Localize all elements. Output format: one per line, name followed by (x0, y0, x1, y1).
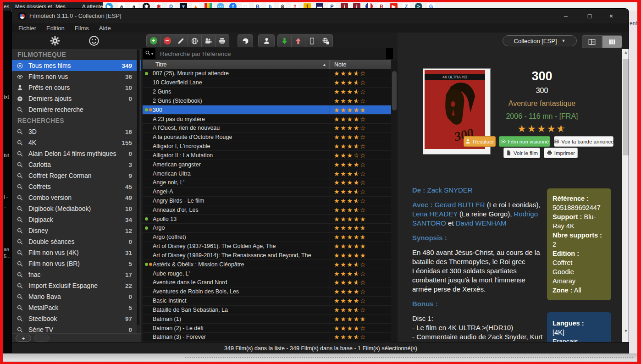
table-row[interactable]: Apollo 13★★★★★ (143, 215, 391, 224)
print-button[interactable] (215, 34, 229, 47)
saved-search-item[interactable]: Digibook (Mediabook)10 (12, 203, 141, 214)
actor-link[interactable]: David WENHAM (456, 219, 507, 227)
maximize-button[interactable]: □ (583, 11, 597, 21)
table-row[interactable]: 2 Guns (Steelbook)★★★☆★☆ (143, 96, 391, 105)
imprimer-button[interactable]: Imprimer (544, 148, 578, 158)
detail-scrollbar[interactable]: ▲ ▼ (622, 33, 629, 342)
table-row[interactable]: 007 (25), Mourir peut attendre★★★☆★☆ (143, 69, 391, 78)
voir-bande-annonce-button[interactable]: Voir la bande annonce (554, 136, 613, 147)
close-button[interactable]: × (604, 11, 618, 21)
saved-search-item[interactable]: 3D16 (12, 126, 141, 137)
sidebar-item[interactable]: Dernière recherche (12, 104, 141, 115)
settings-gear-button[interactable] (49, 35, 61, 47)
table-row[interactable]: Astérix & Obélix : Mission Cléopâtre★★★☆… (143, 260, 391, 269)
actor-link[interactable]: Lena HEADEY (412, 210, 458, 218)
table-row[interactable]: Ange noir, L'★★★★☆ (143, 178, 391, 188)
sidebar-item[interactable]: Derniers ajouts0 (12, 93, 141, 104)
sidebar-item[interactable]: Films non vus36 (12, 71, 141, 82)
view-split-button[interactable] (582, 35, 602, 48)
table-row[interactable]: American Ultra★★★☆★☆ (143, 169, 391, 178)
remove-film-button[interactable]: − (160, 34, 174, 47)
table-row[interactable]: A la poursuite d'Octobre Rouge★★★★☆ (143, 133, 391, 142)
sidebar-item[interactable]: Prêts en cours10 (12, 82, 141, 93)
column-header-note[interactable]: Note (330, 60, 391, 69)
table-row[interactable]: 2 Guns★★★☆★☆ (143, 88, 391, 97)
saved-search-item[interactable]: Carlotta3 (12, 159, 141, 170)
titlebar[interactable]: Filmotech 3.11.0 - Collection [ESP] – □ … (12, 9, 629, 23)
table-row[interactable]: Argo★★★★☆★ (143, 224, 391, 233)
table-row[interactable]: A l'Ouest, rien de nouveau★★★★☆ (143, 124, 391, 133)
export-button[interactable] (291, 34, 305, 47)
saved-search-item[interactable]: MetalPack5 (12, 302, 141, 313)
sidebar-item[interactable]: Tous mes films349 (12, 60, 141, 71)
table-row[interactable]: Aventures de Robin des Bois, Les★★★★☆ (143, 287, 391, 297)
sidebar-scrollbar[interactable] (137, 49, 140, 333)
menu-edition[interactable]: Edition (41, 23, 70, 33)
table-row[interactable]: Bataille de San Sebastian, La★★★☆★☆ (143, 306, 391, 315)
saved-search-item[interactable]: Mario Bava0 (12, 291, 141, 302)
table-row[interactable]: Alligator I, L'incroyable★★★☆★☆ (143, 142, 391, 151)
bookmark-folder[interactable]: es (4, 2, 9, 11)
saved-search-item[interactable]: Import Exclusif Espagne22 (12, 280, 141, 291)
saved-search-item[interactable]: Film non vus (4K)31 (12, 247, 141, 258)
add-film-button[interactable]: + (146, 34, 160, 47)
table-row[interactable]: American gangster★★★★☆ (143, 160, 391, 169)
statistics-button[interactable] (238, 34, 253, 47)
table-scrollbar-thumb[interactable] (392, 71, 397, 110)
view-columns-button[interactable] (602, 35, 622, 48)
table-row[interactable]: 10 Cloverfield Lane★★★☆★☆ (143, 78, 391, 88)
saved-search-item[interactable]: Alain Delon 14 films mythiques0 (12, 148, 141, 159)
saved-search-item[interactable]: Coffrets45 (12, 181, 141, 192)
import-button[interactable] (277, 34, 292, 47)
detail-scrollbar-thumb[interactable] (623, 59, 629, 155)
add-search-button[interactable]: + (16, 335, 31, 342)
saved-search-item[interactable]: 4K155 (12, 137, 141, 148)
director-link[interactable]: Zack SNYDER (427, 186, 473, 194)
menu-aide[interactable]: Aide (94, 23, 116, 33)
saved-search-item[interactable]: Steelbook97 (12, 313, 141, 324)
film-non-visionne-button[interactable]: Film non visionné (499, 136, 550, 147)
saved-search-item[interactable]: Disney12 (12, 225, 141, 236)
table-row[interactable]: 300★★★★☆★ (143, 105, 391, 115)
collection-selector[interactable]: Collection [ESP] ▼ (503, 35, 577, 46)
table-row[interactable]: Batman (2) - Le défi★★★★☆ (143, 324, 391, 333)
table-row[interactable]: Batman (3) - Forever★★★☆★☆ (143, 333, 391, 342)
scroll-up-icon[interactable]: ▲ (622, 50, 629, 55)
menu-films[interactable]: Films (70, 23, 94, 33)
table-row[interactable]: A 23 pas du mystère★★★★☆ (143, 115, 391, 124)
search-filter-button[interactable]: ▾ (143, 48, 155, 59)
table-row[interactable]: Angry Birds - Le film★★★☆★☆ (143, 197, 391, 206)
edit-film-button[interactable] (174, 34, 188, 47)
mobile-button[interactable] (305, 34, 319, 47)
loans-button[interactable] (258, 34, 275, 47)
detail-scrollbar-track[interactable]: ▲ ▼ (622, 49, 629, 342)
smiley-button[interactable] (88, 35, 100, 47)
table-scrollbar[interactable] (391, 60, 398, 342)
table-row[interactable]: Argo (coffret)★★★★☆★ (143, 233, 391, 242)
scroll-down-icon[interactable]: ▼ (622, 329, 629, 333)
search-input[interactable] (155, 48, 386, 59)
saved-search-item[interactable]: Digipack34 (12, 214, 141, 225)
saved-search-item[interactable]: fnac17 (12, 269, 141, 280)
camera-button[interactable] (201, 34, 216, 47)
table-row[interactable]: Anneaux d'or, Les★★★☆★☆ (143, 205, 391, 215)
saved-search-item[interactable]: Film non vus (BR)5 (12, 258, 141, 269)
table-row[interactable]: Batman (1)★★★★☆★ (143, 314, 391, 324)
table-row[interactable]: Angel-A★★★☆★☆ (143, 188, 391, 197)
table-row[interactable]: Basic Instinct★★★★☆ (143, 297, 391, 306)
restituer-button[interactable]: Restituer (464, 136, 496, 147)
saved-search-item[interactable]: Série TV0 (12, 324, 141, 333)
voir-le-film-button[interactable]: Voir le film (503, 148, 540, 158)
table-row[interactable]: Art of Disney (1989-2014): The Renaissan… (143, 251, 391, 260)
table-row[interactable]: Aventure dans le Grand Nord★★★☆★☆ (143, 278, 391, 287)
web-export-button[interactable] (319, 34, 333, 47)
menu-fichier[interactable]: Fichier (13, 23, 41, 33)
remove-search-button[interactable]: - (34, 335, 50, 342)
saved-search-item[interactable]: Combo version49 (12, 192, 141, 203)
internet-lookup-button[interactable] (188, 34, 202, 47)
column-header-titre[interactable]: Titre ▲ (143, 60, 330, 69)
table-row[interactable]: Alligator II : La Mutation★★★☆☆ (143, 151, 391, 160)
minimize-button[interactable]: – (559, 11, 573, 21)
saved-search-item[interactable]: Double séances0 (12, 236, 141, 247)
table-row[interactable]: Aube rouge, L'★★★☆★☆ (143, 269, 391, 278)
